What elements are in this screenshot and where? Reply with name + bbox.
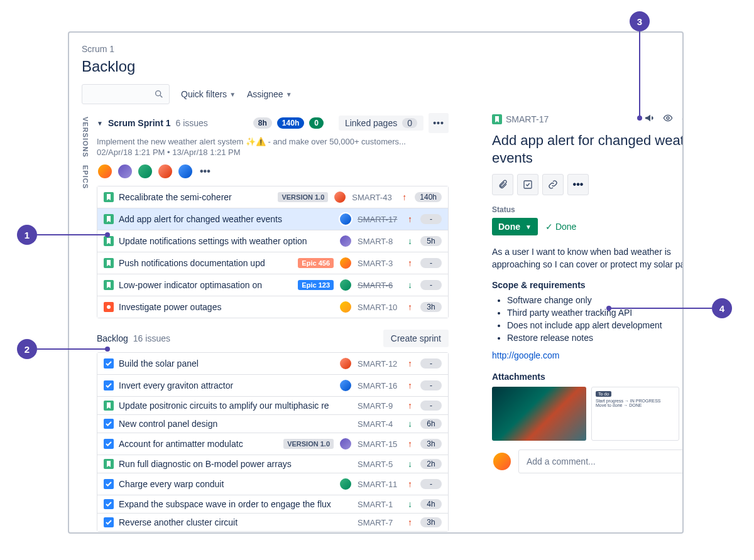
issue-key[interactable]: SMART-10 <box>358 303 403 312</box>
toolbar-more-button[interactable]: ••• <box>567 174 589 195</box>
collapse-icon[interactable]: ▼ <box>97 120 103 127</box>
issue-key[interactable]: SMART-3 <box>358 259 403 268</box>
assignee-avatar[interactable] <box>339 300 352 314</box>
issue-row[interactable]: Add app alert for changed weather events… <box>97 208 448 230</box>
epic-tag[interactable]: Epic 123 <box>298 280 334 290</box>
detail-more-button[interactable]: ••• <box>682 114 684 125</box>
avatar[interactable] <box>97 163 113 180</box>
avatar <box>492 451 512 471</box>
breadcrumb[interactable]: Scrum 1 <box>82 44 670 54</box>
issue-key[interactable]: SMART-17 <box>506 114 549 124</box>
more-icon[interactable]: ••• <box>200 166 210 177</box>
issue-row[interactable]: Run full diagnostic on B-model power arr… <box>97 455 448 473</box>
epic-tag[interactable]: Epic 456 <box>298 258 334 268</box>
issue-row[interactable]: Low-power indicator optimasation onEpic … <box>97 274 448 296</box>
sprint-assignees[interactable]: ••• <box>97 163 449 180</box>
estimate-badge: 6h <box>420 419 442 429</box>
sprint-issue-count: 6 issues <box>176 118 208 128</box>
issue-key[interactable]: SMART-7 <box>358 518 403 527</box>
issue-key[interactable]: SMART-8 <box>358 237 403 246</box>
annotation-1: 1 <box>17 225 37 245</box>
watch-icon[interactable] <box>663 113 673 126</box>
estimate-badge: - <box>420 401 442 411</box>
avatar[interactable] <box>177 163 194 180</box>
task-icon <box>104 358 114 369</box>
subtask-button[interactable] <box>517 174 538 195</box>
quick-filters-dropdown[interactable]: Quick filters▼ <box>181 89 236 99</box>
issue-row[interactable]: Charge every warp conduitSMART-11↑- <box>97 473 448 495</box>
issue-detail-panel: SMART-17 ••• Add app alert for changed w… <box>489 113 684 473</box>
search-input[interactable] <box>82 84 170 104</box>
issue-row[interactable]: Build the solar panelSMART-12↑- <box>97 353 448 375</box>
issue-key[interactable]: SMART-12 <box>358 359 403 369</box>
assignee-avatar[interactable] <box>339 437 352 451</box>
estimate-badge: 5h <box>420 236 442 246</box>
comment-input[interactable]: Add a comment... <box>518 450 684 473</box>
issue-row[interactable]: Recalibrate the semi-cohererVERSION 1.0S… <box>97 186 448 208</box>
assignee-avatar[interactable] <box>339 256 352 270</box>
estimate-badge: 3h <box>420 517 442 527</box>
issue-summary: Invert every graviton attractor <box>119 380 334 390</box>
versions-tab[interactable]: VERSIONS <box>82 117 89 158</box>
issue-row[interactable]: Investigate power outagesSMART-10↑3h <box>97 296 448 318</box>
issue-row[interactable]: Reverse another cluster circuitSMART-7↑3… <box>97 514 448 531</box>
issue-summary: Update positronic circuits to amplify ou… <box>119 401 352 411</box>
issue-summary: Expand the subspace wave in order to eng… <box>119 499 352 509</box>
issue-key[interactable]: SMART-1 <box>358 500 403 509</box>
priority-icon: ↑ <box>408 302 415 312</box>
issue-row[interactable]: Push notifications documentation updEpic… <box>97 252 448 274</box>
epics-tab[interactable]: EPICS <box>82 165 89 189</box>
issue-description[interactable]: As a user I want to know when bad weathe… <box>492 245 684 271</box>
attachment-thumbnail[interactable] <box>492 387 586 441</box>
estimate-badge: - <box>420 280 442 290</box>
priority-icon: ↑ <box>408 258 415 268</box>
page-title: Backlog <box>82 58 670 75</box>
feedback-icon[interactable] <box>644 113 654 126</box>
issue-key[interactable]: SMART-6 <box>358 281 403 290</box>
issue-key[interactable]: SMART-4 <box>358 419 403 429</box>
assignee-avatar[interactable] <box>339 212 352 226</box>
avatar[interactable] <box>117 163 133 180</box>
link-button[interactable] <box>542 174 564 195</box>
attachment-thumbnail[interactable]: To do Start progress → IN PROGRESS Move … <box>591 387 679 441</box>
version-tag[interactable]: VERSION 1.0 <box>278 192 328 202</box>
task-icon <box>104 479 114 489</box>
assignee-avatar[interactable] <box>339 234 352 248</box>
assignee-dropdown[interactable]: Assignee▼ <box>247 89 292 99</box>
attach-button[interactable] <box>492 174 513 195</box>
create-sprint-button[interactable]: Create sprint <box>383 330 449 347</box>
assignee-avatar[interactable] <box>339 278 352 292</box>
issue-row[interactable]: New control panel designSMART-4↓6h <box>97 415 448 433</box>
external-link[interactable]: http://google.com <box>492 350 684 360</box>
issue-key[interactable]: SMART-5 <box>358 460 403 469</box>
assignee-avatar[interactable] <box>339 357 352 370</box>
issue-row[interactable]: Update positronic circuits to amplify ou… <box>97 397 448 415</box>
issue-key[interactable]: SMART-43 <box>352 193 397 202</box>
linked-pages-button[interactable]: Linked pages0 <box>339 116 423 131</box>
story-icon <box>104 258 114 268</box>
issue-row[interactable]: Expand the subspace wave in order to eng… <box>97 495 448 514</box>
priority-icon: ↑ <box>408 401 415 411</box>
issue-title[interactable]: Add app alert for changed weather events <box>492 132 684 166</box>
version-tag[interactable]: VERSION 1.0 <box>283 439 334 449</box>
issue-key[interactable]: SMART-17 <box>358 215 403 224</box>
issue-key[interactable]: SMART-11 <box>358 480 403 489</box>
estimate-badge: - <box>420 380 442 390</box>
issue-key[interactable]: SMART-15 <box>358 439 403 449</box>
issue-row[interactable]: Invert every graviton attractorSMART-16↑… <box>97 375 448 397</box>
issue-row[interactable]: Account for antimatter modulatcVERSION 1… <box>97 433 448 455</box>
assignee-avatar[interactable] <box>339 379 352 392</box>
estimate-badge: - <box>420 214 442 224</box>
issue-row[interactable]: Update notifications settings with weath… <box>97 230 448 252</box>
avatar[interactable] <box>137 163 153 180</box>
avatar[interactable] <box>157 163 173 180</box>
status-dropdown[interactable]: Done▼ <box>492 218 538 235</box>
assignee-avatar[interactable] <box>339 477 352 491</box>
annotation-2: 2 <box>17 339 37 359</box>
issue-key[interactable]: SMART-16 <box>358 381 403 390</box>
sprint-more-button[interactable]: ••• <box>429 113 449 133</box>
sprint-name[interactable]: Scrum Sprint 1 <box>108 118 171 128</box>
issue-key[interactable]: SMART-9 <box>358 401 403 411</box>
estimate-badge: 4h <box>420 499 442 509</box>
assignee-avatar[interactable] <box>333 190 347 204</box>
